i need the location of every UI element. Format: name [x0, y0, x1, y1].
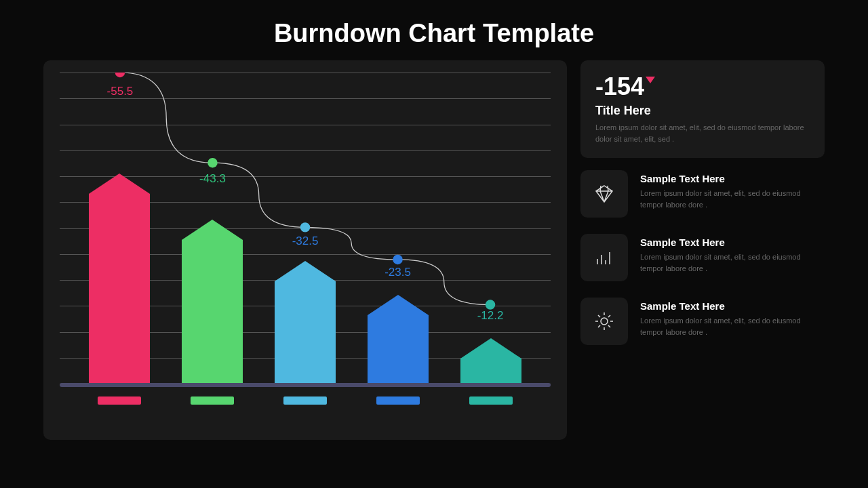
data-label: -43.3 — [199, 172, 226, 186]
down-triangle-icon — [646, 77, 655, 83]
gear-icon — [580, 298, 628, 345]
bars-icon — [580, 234, 628, 281]
legend-swatch — [469, 396, 513, 405]
feature-desc: Lorem ipsum dolor sit amet, elit, sed do… — [640, 251, 825, 274]
bar-1 — [89, 194, 150, 384]
svg-point-5 — [601, 318, 608, 325]
data-label: -32.5 — [292, 235, 319, 248]
right-column: -154 Title Here Lorem ipsum dolor sit am… — [580, 60, 825, 440]
diamond-icon — [580, 170, 628, 218]
bar-5 — [460, 359, 521, 384]
bar-4 — [368, 315, 429, 384]
main-row: -55.5-43.3-32.5-23.5-12.2 -154 Title Her… — [0, 60, 868, 440]
legend-swatch — [98, 396, 141, 405]
feature-row: Sample Text Here Lorem ipsum dolor sit a… — [580, 234, 825, 281]
features-list: Sample Text Here Lorem ipsum dolor sit a… — [580, 170, 825, 361]
feature-title: Sample Text Here — [640, 300, 825, 312]
legend-swatch — [191, 396, 234, 405]
bar-2 — [182, 240, 243, 384]
data-label: -55.5 — [107, 85, 134, 98]
feature-row: Sample Text Here Lorem ipsum dolor sit a… — [580, 170, 825, 218]
stat-title: Title Here — [595, 104, 810, 118]
feature-desc: Lorem ipsum dolor sit amet, elit, sed do… — [640, 315, 825, 338]
legend-swatch — [283, 396, 327, 405]
bar-3 — [275, 281, 336, 384]
feature-title: Sample Text Here — [640, 173, 825, 184]
x-axis-line — [60, 383, 551, 387]
legend-row — [60, 384, 551, 405]
page-title: Burndown Chart Template — [0, 0, 868, 60]
feature-desc: Lorem ipsum dolor sit amet, elit, sed do… — [640, 188, 825, 210]
bars-container — [60, 73, 551, 384]
feature-row: Sample Text Here Lorem ipsum dolor sit a… — [580, 298, 825, 345]
legend-swatch — [376, 396, 420, 405]
data-label: -12.2 — [477, 309, 504, 323]
feature-title: Sample Text Here — [640, 237, 825, 248]
stat-value: -154 — [595, 73, 644, 101]
chart-panel: -55.5-43.3-32.5-23.5-12.2 — [43, 60, 567, 440]
stat-desc: Lorem ipsum dolor sit amet, elit, sed do… — [595, 122, 810, 144]
chart-area: -55.5-43.3-32.5-23.5-12.2 — [60, 73, 551, 384]
stat-card: -154 Title Here Lorem ipsum dolor sit am… — [580, 60, 825, 158]
data-label: -23.5 — [384, 266, 411, 279]
